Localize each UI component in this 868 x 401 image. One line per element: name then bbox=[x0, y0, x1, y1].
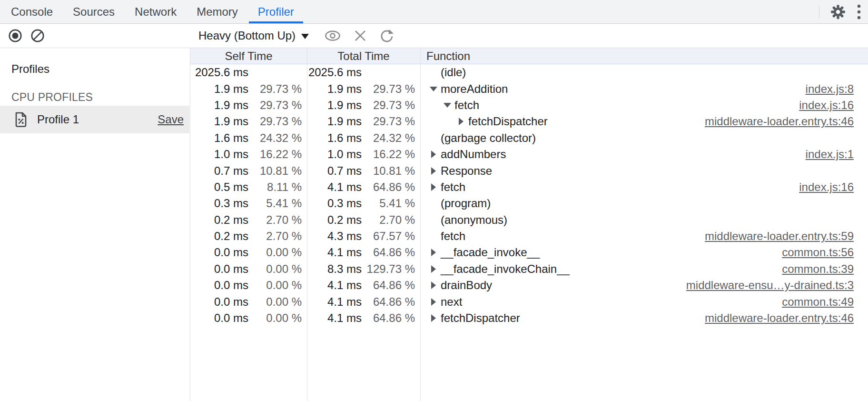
self-time-ms: 0.2 ms bbox=[214, 230, 248, 243]
function-name: __facade_invokeChain__ bbox=[441, 262, 570, 276]
total-time-pct: 64.86 % bbox=[362, 246, 415, 259]
function-name: moreAddition bbox=[441, 82, 508, 96]
source-link[interactable]: common.ts:56 bbox=[782, 246, 854, 259]
expand-arrow-icon[interactable] bbox=[426, 167, 441, 175]
profiles-sidebar: Profiles CPU PROFILES Profile 1 Save bbox=[0, 48, 190, 401]
table-row[interactable]: 1.9 ms 29.73 % 1.9 ms 29.73 % moreAdditi… bbox=[190, 80, 868, 97]
function-name: fetch bbox=[441, 180, 465, 194]
function-name: fetch bbox=[441, 230, 465, 243]
expand-arrow-icon[interactable] bbox=[426, 249, 441, 256]
expand-arrow-icon[interactable] bbox=[454, 118, 468, 125]
table-row[interactable]: 0.0 ms 0.00 % 4.1 ms 64.86 % next common… bbox=[190, 293, 868, 310]
table-row[interactable]: 0.2 ms 2.70 % 4.3 ms 67.57 % fetch middl… bbox=[190, 228, 868, 244]
total-time-pct: 24.32 % bbox=[362, 131, 415, 145]
self-time-ms: 0.0 ms bbox=[214, 262, 248, 276]
source-link[interactable]: common.ts:39 bbox=[782, 262, 854, 276]
expand-arrow-icon[interactable] bbox=[426, 265, 441, 273]
visibility-eye-icon[interactable] bbox=[324, 29, 341, 42]
table-row[interactable]: 0.0 ms 0.00 % 8.3 ms 129.73 % __facade_i… bbox=[190, 261, 868, 277]
self-time-ms: 0.2 ms bbox=[214, 213, 248, 227]
clear-icon[interactable] bbox=[30, 29, 45, 43]
self-time-pct: 0.00 % bbox=[248, 246, 302, 259]
function-name: addNumbers bbox=[441, 148, 506, 161]
expand-arrow-icon[interactable] bbox=[426, 183, 441, 191]
table-row[interactable]: 0.0 ms 0.00 % 4.1 ms 64.86 % drainBody m… bbox=[190, 277, 868, 293]
save-button[interactable]: Save bbox=[158, 113, 184, 126]
total-time-pct: 16.22 % bbox=[362, 148, 415, 161]
profile-data-grid: 2025.6 ms 2025.6 ms (idle) 1.9 ms 29.73 … bbox=[190, 64, 868, 401]
table-row[interactable]: 0.2 ms 2.70 % 0.2 ms 2.70 % (anonymous) bbox=[190, 212, 868, 228]
self-time-ms: 0.0 ms bbox=[214, 246, 248, 259]
tab-console[interactable]: Console bbox=[1, 0, 63, 23]
function-name: (program) bbox=[441, 197, 491, 210]
sidebar-item-profile-1[interactable]: Profile 1 Save bbox=[0, 106, 189, 133]
table-row[interactable]: 1.9 ms 29.73 % 1.9 ms 29.73 % fetch inde… bbox=[190, 97, 868, 113]
expand-arrow-icon[interactable] bbox=[440, 103, 454, 108]
source-link[interactable]: middleware-ensu…y-drained.ts:3 bbox=[686, 279, 854, 292]
total-time-ms: 1.9 ms bbox=[327, 82, 362, 96]
devtools-tab-bar: Console Sources Network Memory Profiler bbox=[0, 0, 868, 24]
source-link[interactable]: middleware-loader.entry.ts:59 bbox=[705, 230, 854, 243]
self-time-ms: 0.0 ms bbox=[214, 311, 248, 325]
total-time-pct: 29.73 % bbox=[362, 82, 415, 96]
tab-memory[interactable]: Memory bbox=[187, 0, 248, 23]
close-x-icon[interactable] bbox=[354, 29, 367, 42]
tab-network[interactable]: Network bbox=[125, 0, 187, 23]
table-row[interactable]: 1.6 ms 24.32 % 1.6 ms 24.32 % (garbage c… bbox=[190, 130, 868, 146]
table-row[interactable]: 0.0 ms 0.00 % 4.1 ms 64.86 % __facade_in… bbox=[190, 244, 868, 261]
profile-document-percent-icon bbox=[13, 111, 29, 128]
self-time-ms: 0.5 ms bbox=[214, 180, 248, 194]
expand-arrow-icon[interactable] bbox=[426, 298, 441, 306]
self-time-pct: 8.11 % bbox=[248, 180, 302, 194]
source-link[interactable]: index.js:16 bbox=[799, 180, 854, 194]
total-time-ms: 0.7 ms bbox=[327, 164, 362, 178]
table-row[interactable]: 0.7 ms 10.81 % 0.7 ms 10.81 % Response bbox=[190, 162, 868, 179]
column-header-total-time[interactable]: Total Time bbox=[307, 50, 420, 63]
function-name: fetchDispatcher bbox=[441, 311, 520, 325]
tabbar-right-controls bbox=[819, 0, 868, 23]
column-header-self-time[interactable]: Self Time bbox=[190, 50, 307, 63]
self-time-pct: 0.00 % bbox=[248, 279, 302, 292]
grid-header-row: Self Time Total Time Function bbox=[190, 48, 868, 64]
expand-arrow-icon[interactable] bbox=[426, 281, 441, 289]
expand-arrow-icon[interactable] bbox=[426, 150, 441, 158]
source-link[interactable]: index.js:1 bbox=[806, 148, 854, 161]
total-time-pct: 29.73 % bbox=[362, 115, 415, 128]
gear-icon[interactable] bbox=[830, 4, 846, 20]
total-time-ms: 4.1 ms bbox=[327, 279, 362, 292]
source-link[interactable]: index.js:16 bbox=[799, 99, 854, 112]
source-link[interactable]: middleware-loader.entry.ts:46 bbox=[705, 311, 854, 325]
total-time-pct: 2.70 % bbox=[362, 213, 415, 227]
column-divider-2 bbox=[420, 48, 421, 401]
source-link[interactable]: index.js:8 bbox=[806, 82, 854, 96]
refresh-icon[interactable] bbox=[379, 28, 395, 43]
table-row[interactable]: 0.3 ms 5.41 % 0.3 ms 5.41 % (program) bbox=[190, 195, 868, 211]
total-time-pct: 64.86 % bbox=[362, 279, 415, 292]
view-mode-dropdown[interactable]: Heavy (Bottom Up) bbox=[190, 29, 309, 42]
table-row[interactable]: 0.5 ms 8.11 % 4.1 ms 64.86 % fetch index… bbox=[190, 179, 868, 195]
table-row[interactable]: 1.9 ms 29.73 % 1.9 ms 29.73 % fetchDispa… bbox=[190, 113, 868, 130]
function-name: Response bbox=[441, 164, 492, 178]
record-icon[interactable] bbox=[8, 29, 22, 43]
source-link[interactable]: middleware-loader.entry.ts:46 bbox=[705, 115, 854, 128]
tab-profiler[interactable]: Profiler bbox=[248, 0, 304, 23]
source-link[interactable]: common.ts:49 bbox=[782, 295, 854, 309]
table-row[interactable]: 2025.6 ms 2025.6 ms (idle) bbox=[190, 64, 868, 80]
self-time-pct: 29.73 % bbox=[248, 115, 302, 128]
self-time-pct: 5.41 % bbox=[248, 197, 302, 210]
column-header-function[interactable]: Function bbox=[420, 50, 868, 63]
profiles-heading: Profiles bbox=[11, 62, 190, 76]
self-time-ms: 1.9 ms bbox=[214, 115, 248, 128]
tab-sources[interactable]: Sources bbox=[63, 0, 125, 23]
table-row[interactable]: 1.0 ms 16.22 % 1.0 ms 16.22 % addNumbers… bbox=[190, 146, 868, 162]
total-time-ms: 1.9 ms bbox=[327, 115, 362, 128]
total-time-ms: 1.9 ms bbox=[327, 99, 362, 112]
expand-arrow-icon[interactable] bbox=[426, 87, 441, 91]
self-time-pct: 0.00 % bbox=[248, 262, 302, 276]
self-time-pct: 0.00 % bbox=[248, 311, 302, 325]
total-time-pct: 64.86 % bbox=[362, 295, 415, 309]
three-dot-menu-icon[interactable] bbox=[857, 3, 861, 20]
total-time-ms: 4.1 ms bbox=[327, 246, 362, 259]
table-row[interactable]: 0.0 ms 0.00 % 4.1 ms 64.86 % fetchDispat… bbox=[190, 310, 868, 326]
expand-arrow-icon[interactable] bbox=[426, 314, 441, 322]
